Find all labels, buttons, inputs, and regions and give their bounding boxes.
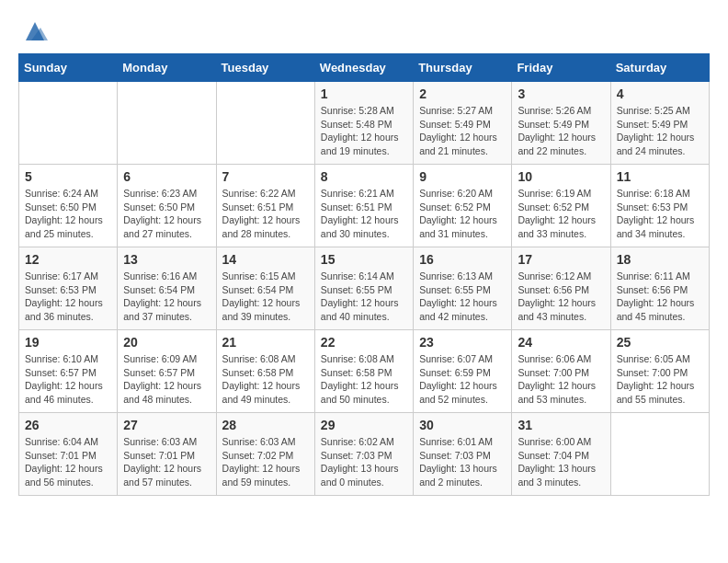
calendar-week-2: 5Sunrise: 6:24 AMSunset: 6:50 PMDaylight… (19, 165, 710, 247)
day-number: 13 (123, 252, 210, 267)
calendar-cell: 7Sunrise: 6:22 AMSunset: 6:51 PMDaylight… (216, 165, 314, 247)
day-info: Sunrise: 6:10 AMSunset: 6:57 PMDaylight:… (25, 352, 111, 407)
day-number: 27 (123, 418, 210, 432)
calendar-week-5: 26Sunrise: 6:04 AMSunset: 7:01 PMDayligh… (19, 413, 710, 496)
calendar-cell: 18Sunrise: 6:11 AMSunset: 6:56 PMDayligh… (610, 247, 709, 330)
day-info: Sunrise: 5:26 AMSunset: 5:49 PMDaylight:… (518, 104, 604, 158)
day-number: 15 (321, 252, 407, 267)
calendar-cell (216, 82, 314, 165)
day-info: Sunrise: 6:05 AMSunset: 7:00 PMDaylight:… (617, 352, 703, 407)
calendar-cell: 2Sunrise: 5:27 AMSunset: 5:49 PMDaylight… (414, 82, 512, 165)
day-number: 14 (222, 252, 309, 267)
calendar-cell: 16Sunrise: 6:13 AMSunset: 6:55 PMDayligh… (414, 247, 512, 330)
day-number: 5 (25, 169, 111, 184)
day-info: Sunrise: 6:21 AMSunset: 6:51 PMDaylight:… (321, 187, 407, 241)
day-number: 25 (617, 335, 703, 350)
day-info: Sunrise: 6:01 AMSunset: 7:03 PMDaylight:… (419, 435, 506, 489)
logo-icon (22, 18, 48, 44)
calendar-cell: 26Sunrise: 6:04 AMSunset: 7:01 PMDayligh… (19, 413, 118, 496)
day-info: Sunrise: 6:13 AMSunset: 6:55 PMDaylight:… (419, 270, 506, 324)
weekday-header-thursday: Thursday (414, 54, 512, 82)
day-info: Sunrise: 6:03 AMSunset: 7:02 PMDaylight:… (222, 435, 309, 489)
calendar-cell: 6Sunrise: 6:23 AMSunset: 6:50 PMDaylight… (118, 165, 216, 247)
day-number: 2 (419, 86, 506, 101)
weekday-header-monday: Monday (118, 54, 216, 82)
day-info: Sunrise: 6:08 AMSunset: 6:58 PMDaylight:… (321, 352, 407, 407)
day-info: Sunrise: 6:14 AMSunset: 6:55 PMDaylight:… (321, 270, 407, 324)
calendar-cell: 20Sunrise: 6:09 AMSunset: 6:57 PMDayligh… (118, 330, 216, 413)
calendar-cell (19, 82, 118, 165)
calendar-cell (610, 413, 709, 496)
calendar-cell: 10Sunrise: 6:19 AMSunset: 6:52 PMDayligh… (512, 165, 610, 247)
calendar-cell: 17Sunrise: 6:12 AMSunset: 6:56 PMDayligh… (512, 247, 610, 330)
day-number: 18 (617, 252, 703, 267)
day-info: Sunrise: 6:19 AMSunset: 6:52 PMDaylight:… (518, 187, 604, 241)
day-number: 22 (321, 335, 407, 350)
calendar-cell: 9Sunrise: 6:20 AMSunset: 6:52 PMDaylight… (414, 165, 512, 247)
day-number: 12 (25, 252, 111, 267)
day-info: Sunrise: 6:18 AMSunset: 6:53 PMDaylight:… (617, 187, 703, 241)
calendar-table: SundayMondayTuesdayWednesdayThursdayFrid… (18, 53, 710, 496)
day-number: 31 (518, 418, 604, 432)
calendar-cell: 28Sunrise: 6:03 AMSunset: 7:02 PMDayligh… (216, 413, 314, 496)
day-number: 6 (123, 169, 210, 184)
day-info: Sunrise: 6:12 AMSunset: 6:56 PMDaylight:… (518, 270, 604, 324)
day-number: 21 (222, 335, 309, 350)
day-number: 9 (419, 169, 506, 184)
weekday-header-saturday: Saturday (610, 54, 709, 82)
day-number: 11 (617, 169, 703, 184)
day-info: Sunrise: 6:11 AMSunset: 6:56 PMDaylight:… (617, 270, 703, 324)
day-number: 10 (518, 169, 604, 184)
day-number: 1 (321, 86, 407, 101)
calendar-cell: 30Sunrise: 6:01 AMSunset: 7:03 PMDayligh… (414, 413, 512, 496)
logo (18, 18, 48, 44)
day-number: 7 (222, 169, 309, 184)
calendar-cell: 1Sunrise: 5:28 AMSunset: 5:48 PMDaylight… (314, 82, 413, 165)
day-number: 16 (419, 252, 506, 267)
day-info: Sunrise: 6:09 AMSunset: 6:57 PMDaylight:… (123, 352, 210, 407)
day-number: 26 (25, 418, 111, 432)
day-number: 19 (25, 335, 111, 350)
calendar-cell: 14Sunrise: 6:15 AMSunset: 6:54 PMDayligh… (216, 247, 314, 330)
day-number: 29 (321, 418, 407, 432)
day-info: Sunrise: 6:22 AMSunset: 6:51 PMDaylight:… (222, 187, 309, 241)
calendar-cell: 21Sunrise: 6:08 AMSunset: 6:58 PMDayligh… (216, 330, 314, 413)
calendar-cell: 15Sunrise: 6:14 AMSunset: 6:55 PMDayligh… (314, 247, 413, 330)
calendar-cell: 3Sunrise: 5:26 AMSunset: 5:49 PMDaylight… (512, 82, 610, 165)
calendar-cell: 8Sunrise: 6:21 AMSunset: 6:51 PMDaylight… (314, 165, 413, 247)
day-info: Sunrise: 6:20 AMSunset: 6:52 PMDaylight:… (419, 187, 506, 241)
calendar-cell: 5Sunrise: 6:24 AMSunset: 6:50 PMDaylight… (19, 165, 118, 247)
day-info: Sunrise: 5:28 AMSunset: 5:48 PMDaylight:… (321, 104, 407, 158)
calendar-cell: 22Sunrise: 6:08 AMSunset: 6:58 PMDayligh… (314, 330, 413, 413)
day-info: Sunrise: 6:04 AMSunset: 7:01 PMDaylight:… (25, 435, 111, 489)
day-number: 17 (518, 252, 604, 267)
day-info: Sunrise: 6:23 AMSunset: 6:50 PMDaylight:… (123, 187, 210, 241)
day-number: 8 (321, 169, 407, 184)
calendar-header: SundayMondayTuesdayWednesdayThursdayFrid… (19, 54, 710, 82)
weekday-header-wednesday: Wednesday (314, 54, 413, 82)
weekday-header-sunday: Sunday (19, 54, 118, 82)
day-info: Sunrise: 6:17 AMSunset: 6:53 PMDaylight:… (25, 270, 111, 324)
calendar-cell: 12Sunrise: 6:17 AMSunset: 6:53 PMDayligh… (19, 247, 118, 330)
day-number: 20 (123, 335, 210, 350)
calendar-cell: 19Sunrise: 6:10 AMSunset: 6:57 PMDayligh… (19, 330, 118, 413)
day-info: Sunrise: 6:00 AMSunset: 7:04 PMDaylight:… (518, 435, 604, 489)
calendar-cell: 13Sunrise: 6:16 AMSunset: 6:54 PMDayligh… (118, 247, 216, 330)
day-number: 28 (222, 418, 309, 432)
calendar-cell: 31Sunrise: 6:00 AMSunset: 7:04 PMDayligh… (512, 413, 610, 496)
calendar-cell: 27Sunrise: 6:03 AMSunset: 7:01 PMDayligh… (118, 413, 216, 496)
calendar-cell: 11Sunrise: 6:18 AMSunset: 6:53 PMDayligh… (610, 165, 709, 247)
calendar-week-1: 1Sunrise: 5:28 AMSunset: 5:48 PMDaylight… (19, 82, 710, 165)
day-number: 3 (518, 86, 604, 101)
calendar-cell: 29Sunrise: 6:02 AMSunset: 7:03 PMDayligh… (314, 413, 413, 496)
day-info: Sunrise: 5:25 AMSunset: 5:49 PMDaylight:… (617, 104, 703, 158)
calendar-cell: 25Sunrise: 6:05 AMSunset: 7:00 PMDayligh… (610, 330, 709, 413)
day-info: Sunrise: 6:24 AMSunset: 6:50 PMDaylight:… (25, 187, 111, 241)
day-number: 23 (419, 335, 506, 350)
calendar-body: 1Sunrise: 5:28 AMSunset: 5:48 PMDaylight… (19, 82, 710, 496)
day-info: Sunrise: 6:03 AMSunset: 7:01 PMDaylight:… (123, 435, 210, 489)
page-header (18, 18, 710, 44)
calendar-cell: 23Sunrise: 6:07 AMSunset: 6:59 PMDayligh… (414, 330, 512, 413)
day-info: Sunrise: 6:08 AMSunset: 6:58 PMDaylight:… (222, 352, 309, 407)
day-info: Sunrise: 6:02 AMSunset: 7:03 PMDaylight:… (321, 435, 407, 489)
